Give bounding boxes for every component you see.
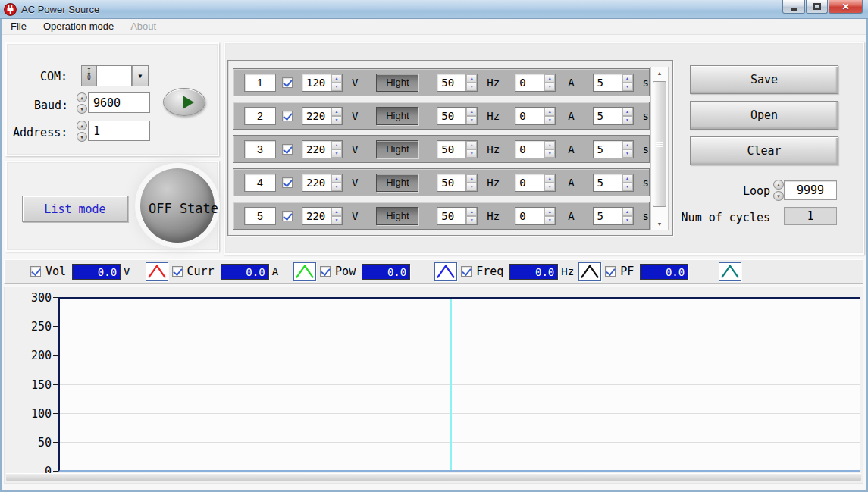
current-field[interactable]: 0▲▼ <box>515 207 556 225</box>
spin-up-icon[interactable]: ▲ <box>77 92 87 102</box>
current-stepper[interactable]: ▲▼ <box>544 108 555 124</box>
loop-field[interactable]: 9999 <box>784 180 837 200</box>
voltage-stepper[interactable]: ▲▼ <box>331 74 342 91</box>
baud-stepper[interactable]: ▲▼ <box>77 92 87 114</box>
range-button[interactable]: Hight <box>376 174 418 192</box>
step-enable-checkbox[interactable] <box>282 177 293 188</box>
step-enable-checkbox[interactable] <box>282 111 293 121</box>
range-button[interactable]: Hight <box>376 140 418 158</box>
pf-checkbox[interactable] <box>605 266 616 277</box>
pow-checkbox[interactable] <box>320 266 331 277</box>
address-stepper[interactable]: ▲▼ <box>77 121 87 142</box>
freq-stepper[interactable]: ▲▼ <box>465 208 477 224</box>
chart-cursor-line[interactable] <box>450 299 452 470</box>
vol-waveform-icon[interactable] <box>146 262 168 281</box>
y-tick-label: 100 <box>5 407 52 421</box>
range-button[interactable]: Hight <box>376 207 418 225</box>
spin-up-icon[interactable]: ▲ <box>77 121 87 130</box>
voltage-field[interactable]: 220▲▼ <box>302 107 343 125</box>
scroll-up-icon[interactable]: ▲ <box>651 67 668 79</box>
y-tick-mark <box>53 297 58 298</box>
freq-field[interactable]: 50▲▼ <box>437 207 478 225</box>
voltage-stepper[interactable]: ▲▼ <box>331 208 342 224</box>
current-field[interactable]: 0▲▼ <box>515 174 556 192</box>
freq-field[interactable]: 50▲▼ <box>437 140 478 158</box>
freq-stepper[interactable]: ▲▼ <box>465 108 477 124</box>
range-button[interactable]: Hight <box>376 107 418 125</box>
menu-file[interactable]: File <box>2 19 35 34</box>
current-stepper[interactable]: ▲▼ <box>544 208 555 224</box>
freq-field[interactable]: 50▲▼ <box>437 107 478 125</box>
voltage-stepper[interactable]: ▲▼ <box>331 141 342 158</box>
step-enable-checkbox[interactable] <box>282 144 293 155</box>
spin-down-icon: ▼ <box>544 149 555 158</box>
current-stepper[interactable]: ▲▼ <box>544 174 555 191</box>
pow-waveform-icon[interactable] <box>434 262 457 281</box>
current-stepper[interactable]: ▲▼ <box>544 74 555 91</box>
vol-checkbox[interactable] <box>30 266 41 277</box>
spin-down-icon[interactable]: ▼ <box>77 104 87 114</box>
clear-button[interactable]: Clear <box>690 136 838 165</box>
time-field[interactable]: 5▲▼ <box>593 140 634 158</box>
freq-waveform-icon[interactable] <box>578 262 601 281</box>
curr-waveform-icon[interactable] <box>293 262 316 281</box>
current-field[interactable]: 0▲▼ <box>515 107 556 125</box>
time-unit: s <box>643 110 649 122</box>
close-button[interactable]: ✕ <box>829 0 863 14</box>
freq-stepper[interactable]: ▲▼ <box>465 141 477 158</box>
current-field[interactable]: 0▲▼ <box>515 74 556 92</box>
time-stepper[interactable]: ▲▼ <box>622 74 633 91</box>
voltage-field[interactable]: 220▲▼ <box>302 174 343 192</box>
curr-checkbox[interactable] <box>172 266 183 277</box>
com-port-combo[interactable]: I0 ▼ <box>81 65 149 86</box>
minimize-button[interactable] <box>782 0 805 14</box>
step-list-scrollbar[interactable]: ▲ ▼ <box>650 67 669 230</box>
voltage-field[interactable]: 220▲▼ <box>302 207 343 225</box>
time-field[interactable]: 5▲▼ <box>593 174 634 192</box>
time-stepper[interactable]: ▲▼ <box>622 141 633 158</box>
step-row-5: 5 220▲▼ V Hight 50▲▼ Hz 0▲▼ A 5▲▼ s <box>233 202 650 230</box>
freq-unit: Hz <box>487 110 500 122</box>
current-field[interactable]: 0▲▼ <box>515 140 556 158</box>
list-mode-button[interactable]: List mode <box>22 196 128 222</box>
voltage-stepper[interactable]: ▲▼ <box>331 174 342 191</box>
spin-up-icon: ▲ <box>544 108 555 116</box>
step-index: 3 <box>244 140 276 158</box>
freq-field[interactable]: 50▲▼ <box>437 174 478 192</box>
menu-about[interactable]: About <box>122 19 165 34</box>
address-field[interactable]: 1 <box>88 121 150 141</box>
maximize-button[interactable] <box>806 0 828 14</box>
range-button[interactable]: Hight <box>376 74 418 92</box>
save-button[interactable]: Save <box>690 65 838 94</box>
freq-checkbox[interactable] <box>461 266 472 277</box>
freq-stepper[interactable]: ▲▼ <box>465 74 477 91</box>
pf-waveform-icon[interactable] <box>719 262 741 281</box>
loop-stepper[interactable]: ▲▼ <box>773 180 784 201</box>
step-enable-checkbox[interactable] <box>282 211 293 221</box>
time-field[interactable]: 5▲▼ <box>593 74 634 92</box>
time-field[interactable]: 5▲▼ <box>593 107 634 125</box>
time-stepper[interactable]: ▲▼ <box>622 208 633 224</box>
freq-stepper[interactable]: ▲▼ <box>465 174 477 191</box>
connect-button[interactable] <box>163 88 205 116</box>
com-port-value[interactable] <box>97 65 132 86</box>
title-bar[interactable]: AC Power Source ✕ <box>0 0 868 19</box>
menu-operation-mode[interactable]: Operation mode <box>35 19 122 34</box>
current-stepper[interactable]: ▲▼ <box>544 141 555 158</box>
voltage-stepper[interactable]: ▲▼ <box>331 108 342 124</box>
voltage-field[interactable]: 220▲▼ <box>302 140 343 158</box>
voltage-field[interactable]: 120▲▼ <box>302 74 343 92</box>
step-enable-checkbox[interactable] <box>282 77 293 88</box>
freq-field[interactable]: 50▲▼ <box>437 74 478 92</box>
chevron-down-icon[interactable]: ▼ <box>132 65 149 86</box>
time-stepper[interactable]: ▲▼ <box>622 174 633 191</box>
open-button[interactable]: Open <box>690 101 838 130</box>
spin-up-icon[interactable]: ▲ <box>773 180 784 190</box>
spin-down-icon[interactable]: ▼ <box>77 132 87 142</box>
y-tick-mark <box>53 413 58 414</box>
baud-field[interactable]: 9600 <box>88 92 150 113</box>
time-field[interactable]: 5▲▼ <box>593 207 634 225</box>
spin-up-icon: ▲ <box>331 174 342 183</box>
time-stepper[interactable]: ▲▼ <box>622 108 633 124</box>
spin-down-icon[interactable]: ▼ <box>773 191 784 201</box>
